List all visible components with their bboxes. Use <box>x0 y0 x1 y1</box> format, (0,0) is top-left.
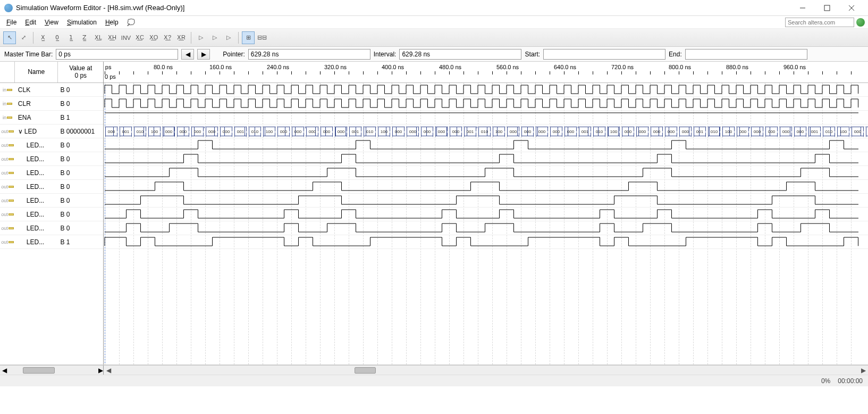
signal-hscroll[interactable]: ◀ ▶ <box>0 365 104 375</box>
waveform-row[interactable] <box>104 83 868 97</box>
pin-icon <box>7 89 12 91</box>
menu-view[interactable]: View <box>41 18 62 27</box>
menu-edit[interactable]: Edit <box>22 18 39 27</box>
ruler-tick-label: 960.0 ns <box>783 64 806 70</box>
pointer-field[interactable] <box>248 49 370 60</box>
signal-row[interactable]: outLED...B 0 <box>0 138 103 152</box>
bus-value: 000 <box>320 127 333 136</box>
output-pin-icon: out <box>1 156 8 162</box>
force-1[interactable]: 1̲ <box>64 31 77 44</box>
waveform-row[interactable] <box>104 152 868 166</box>
signal-name: CLK <box>18 86 30 94</box>
signal-name: LED... <box>27 183 44 191</box>
signal-value: B 0 <box>60 169 70 177</box>
snap-2[interactable]: ▷ <box>208 31 221 44</box>
menu-simulation[interactable]: Simulation <box>64 18 100 27</box>
pointer-tool[interactable]: ↖ <box>3 31 16 44</box>
waveform-hscroll[interactable]: ◀ ▶ <box>104 365 868 375</box>
signal-row[interactable]: outLED...B 0 <box>0 221 103 235</box>
output-pin-icon: out <box>1 226 8 231</box>
waveform-row[interactable]: 0000010101000000000000000000010101000000… <box>104 125 868 138</box>
help-bubble-icon[interactable]: 💭 <box>124 18 138 27</box>
zoom-tool[interactable]: ⤢ <box>17 31 30 44</box>
signal-value: B 1 <box>60 114 70 121</box>
force-l[interactable]: X͟L <box>92 31 105 44</box>
signal-row[interactable]: out∨LEDB 00000001 <box>0 125 103 138</box>
pin-icon <box>9 172 14 174</box>
grid-options[interactable]: ⊞ <box>242 31 255 44</box>
pin-icon <box>9 144 14 146</box>
bus-value: 001 <box>234 127 247 136</box>
time-ruler[interactable]: 0 ps 0 ps80.0 ns160.0 ns240.0 ns320.0 ns… <box>104 62 868 83</box>
waveform-row[interactable] <box>104 97 868 111</box>
search-input[interactable] <box>785 18 854 27</box>
bus-value: 001 <box>464 127 477 136</box>
force-x[interactable]: X̲ <box>37 31 49 44</box>
pin-icon <box>9 241 14 243</box>
signal-row[interactable]: inCLKB 0 <box>0 83 103 97</box>
waveform-row[interactable] <box>104 208 868 221</box>
signal-row[interactable]: outLED...B 0 <box>0 180 103 194</box>
step-fwd-button[interactable]: ▶ <box>197 49 210 60</box>
waveform-row[interactable] <box>104 138 868 152</box>
count-o[interactable]: X͟O <box>147 31 160 44</box>
rand[interactable]: X͟R <box>175 31 188 44</box>
svg-rect-1 <box>824 5 830 11</box>
waveform-row[interactable] <box>104 235 868 249</box>
signal-name: ENA <box>18 114 31 121</box>
collapse-icon[interactable]: ∨ <box>18 128 23 135</box>
signal-row[interactable]: inENAB 1 <box>0 111 103 125</box>
snap-3[interactable]: ▷ <box>222 31 235 44</box>
interval-field[interactable] <box>399 49 521 60</box>
display-options[interactable]: ⊟⊟ <box>256 31 268 44</box>
ruler-tick-label: 320.0 ns <box>324 64 347 70</box>
master-time-field[interactable] <box>56 49 178 60</box>
bus-value: 000 <box>176 127 190 136</box>
close-button[interactable] <box>839 0 864 16</box>
bus-value: 000 <box>449 127 462 136</box>
bus-value: 010 <box>707 127 721 136</box>
waveform-row[interactable] <box>104 180 868 194</box>
bus-value: 100 <box>377 127 391 136</box>
count-c[interactable]: X͟C <box>133 31 146 44</box>
signal-row[interactable]: inCLRB 0 <box>0 97 103 111</box>
pin-icon <box>7 117 12 119</box>
waveform-row[interactable] <box>104 221 868 235</box>
ruler-tick-label: 800.0 ns <box>669 64 691 70</box>
start-field[interactable] <box>543 49 665 60</box>
force-0[interactable]: 0̲ <box>50 31 63 44</box>
signal-row[interactable]: outLED...B 0 <box>0 194 103 208</box>
waveform-row[interactable] <box>104 194 868 208</box>
bus-value: 000 <box>679 127 692 136</box>
snap-1[interactable]: ▷ <box>195 31 207 44</box>
waveform-row[interactable] <box>104 111 868 125</box>
count-2[interactable]: X͟? <box>161 31 174 44</box>
bus-value: 000 <box>765 127 778 136</box>
signal-row[interactable]: outLED...B 0 <box>0 208 103 221</box>
ruler-tick-label: 400.0 ns <box>382 64 404 70</box>
step-back-button[interactable]: ◀ <box>181 49 194 60</box>
waveform-rows[interactable]: 0000010101000000000000000000010101000000… <box>104 83 868 365</box>
signal-name: LED... <box>27 197 44 204</box>
signal-row[interactable]: outLED...B 1 <box>0 235 103 249</box>
pin-icon <box>9 186 14 188</box>
end-field[interactable] <box>685 49 807 60</box>
signal-value: B 0 <box>60 211 70 218</box>
output-pin-icon: out <box>1 170 8 176</box>
ruler-tick-label: 480.0 ns <box>439 64 461 70</box>
signal-name: LED... <box>27 155 44 163</box>
maximize-button[interactable] <box>815 0 839 16</box>
waveform-panel[interactable]: 0 ps 0 ps80.0 ns160.0 ns240.0 ns320.0 ns… <box>104 62 868 365</box>
signal-row[interactable]: outLED...B 0 <box>0 152 103 166</box>
app-icon <box>4 4 13 12</box>
signal-row[interactable]: outLED...B 0 <box>0 166 103 180</box>
force-z[interactable]: Z̲ <box>78 31 91 44</box>
force-h[interactable]: X͟H <box>106 31 119 44</box>
invert[interactable]: INV <box>120 31 132 44</box>
bus-value: 100 <box>722 127 735 136</box>
menu-help[interactable]: Help <box>102 18 122 27</box>
minimize-button[interactable] <box>790 0 815 16</box>
menu-file[interactable]: File <box>3 18 20 27</box>
waveform-row[interactable] <box>104 166 868 180</box>
globe-icon[interactable] <box>856 18 865 27</box>
